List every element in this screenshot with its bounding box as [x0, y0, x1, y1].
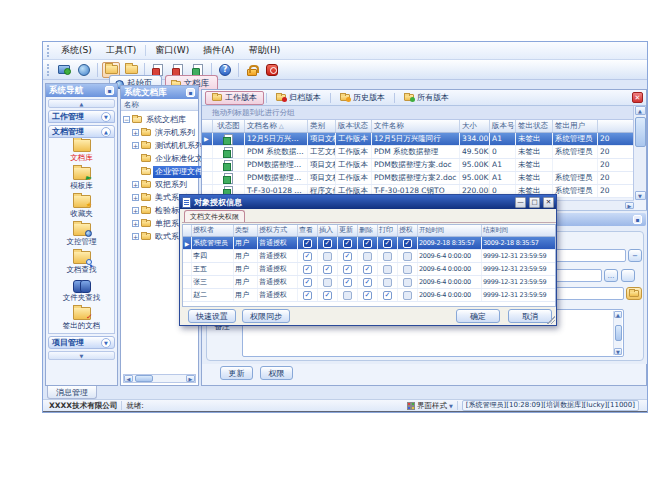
detail-pin-button[interactable]: ▪: [633, 215, 642, 224]
maximize-icon[interactable]: □: [529, 197, 540, 208]
menu-plugins[interactable]: 插件(A): [196, 42, 241, 59]
lock-button[interactable]: [243, 62, 261, 78]
sidebar-expand-strip[interactable]: ▼: [48, 351, 115, 360]
tree-node[interactable]: + 测试机机系列: [132, 139, 205, 152]
chevron-up-icon[interactable]: ▲: [101, 127, 111, 137]
toolbar-grip[interactable]: [47, 64, 50, 76]
sidebar-item-templates[interactable]: ► 模板库: [49, 166, 114, 194]
scroll-down-icon[interactable]: ▼: [635, 191, 646, 200]
col-version-state[interactable]: 版本状态: [336, 120, 372, 132]
view-checkbox[interactable]: [303, 291, 312, 300]
message-management-tab[interactable]: 消息管理: [47, 386, 97, 399]
delete-checkbox[interactable]: [363, 278, 372, 287]
tree-node[interactable]: + 双把系列: [132, 178, 189, 191]
scroll-right-icon[interactable]: ▶: [625, 202, 634, 209]
close-icon[interactable]: ✕: [543, 197, 554, 208]
chevron-down-icon[interactable]: ▼: [449, 403, 453, 409]
expand-expander-icon[interactable]: +: [132, 129, 139, 136]
group-by-bar[interactable]: 拖动列标题到此进行分组: [202, 106, 634, 120]
table-row[interactable]: PDM数据整理方案2.doc 项目文档 工作版本 PDM数据整理方案2.doc …: [202, 172, 634, 185]
print-checkbox[interactable]: [383, 252, 392, 261]
expand-expander-icon[interactable]: +: [132, 233, 139, 240]
sidebar-pin-button[interactable]: ▪: [105, 86, 114, 95]
expand-expander-icon[interactable]: +: [132, 207, 139, 214]
scroll-left-icon[interactable]: ◀: [124, 375, 133, 382]
tree-pin-button[interactable]: ▪: [186, 88, 195, 97]
scrollbar-thumb[interactable]: [615, 325, 622, 341]
insert-checkbox[interactable]: [323, 278, 332, 287]
tab-all-versions[interactable]: 所有版本: [397, 91, 456, 105]
permission-button[interactable]: 权限: [260, 366, 293, 380]
delete-checkbox[interactable]: [363, 291, 372, 300]
col-start-time[interactable]: 开始时间: [418, 225, 482, 236]
menubar-grip[interactable]: [47, 45, 50, 57]
network-button[interactable]: [75, 62, 93, 78]
scrollbar-thumb[interactable]: [135, 375, 153, 382]
tree-column-header[interactable]: 名称: [121, 99, 198, 111]
insert-checkbox[interactable]: [323, 265, 332, 274]
col-checkout-user[interactable]: 签出用户: [553, 120, 598, 132]
col-checkout-state[interactable]: 签出状态: [516, 120, 553, 132]
col-extra[interactable]: [598, 120, 634, 132]
tree-node-root[interactable]: − 系统文档库: [123, 113, 188, 126]
collapse-field-button[interactable]: −: [628, 249, 642, 262]
col-delete[interactable]: 删除: [358, 225, 378, 236]
tree-horizontal-scrollbar[interactable]: ◀ ▶: [123, 374, 196, 383]
update-checkbox[interactable]: [343, 291, 352, 300]
delete-checkbox[interactable]: [363, 239, 372, 248]
col-version-no[interactable]: 版本号: [490, 120, 516, 132]
table-row[interactable]: PDM数据整理方案.doc 项目文档 工作版本 PDM数据整理方案.doc 95…: [202, 159, 634, 172]
update-checkbox[interactable]: [343, 252, 352, 261]
permission-row[interactable]: 李四 用户 普通授权 2009-6-4 0:00:00 9999-12-31 2…: [183, 250, 555, 263]
col-doc-name[interactable]: 文档名称△: [245, 120, 308, 132]
col-insert[interactable]: 插入: [318, 225, 338, 236]
expand-expander-icon[interactable]: +: [132, 142, 139, 149]
sidebar-collapse-strip[interactable]: ▲: [48, 99, 115, 108]
ui-style-label[interactable]: 界面样式: [417, 401, 447, 411]
menu-help[interactable]: 帮助(H): [241, 42, 287, 59]
print-checkbox[interactable]: [383, 291, 392, 300]
col-update[interactable]: 更新: [338, 225, 358, 236]
textarea-scrollbar[interactable]: ▲ ▼: [613, 311, 622, 355]
dialog-title-bar[interactable]: 对象授权信息 — □ ✕: [180, 195, 556, 209]
view-checkbox[interactable]: [303, 278, 312, 287]
tab-folder-permissions[interactable]: 文档文件夹权限: [184, 210, 245, 222]
sidebar-item-doc-search[interactable]: 文档查找: [49, 250, 114, 278]
view-checkbox[interactable]: [303, 265, 312, 274]
aux-field-button[interactable]: [621, 269, 635, 282]
tab-working-version[interactable]: 工作版本: [205, 91, 264, 105]
delete-checkbox[interactable]: [363, 252, 372, 261]
permission-sync-button[interactable]: 权限同步: [242, 309, 290, 323]
chevron-down-icon[interactable]: ▼: [101, 112, 111, 122]
tree-node-selected[interactable]: 企业管理文件: [132, 165, 205, 178]
insert-checkbox[interactable]: [323, 239, 332, 248]
col-end-time[interactable]: 结束时间: [482, 225, 559, 236]
update-button[interactable]: 更新: [220, 366, 253, 380]
grant-checkbox[interactable]: [403, 265, 412, 274]
sync-button[interactable]: [55, 62, 73, 78]
scroll-right-icon[interactable]: ▶: [186, 375, 195, 382]
expand-expander-icon[interactable]: +: [132, 194, 139, 201]
insert-checkbox[interactable]: [323, 252, 332, 261]
col-category[interactable]: 类别: [308, 120, 336, 132]
update-checkbox[interactable]: [343, 265, 352, 274]
update-checkbox[interactable]: [343, 239, 352, 248]
col-grant[interactable]: 授权: [398, 225, 418, 236]
tab-archived-version[interactable]: 归档版本: [269, 91, 328, 105]
delete-checkbox[interactable]: [363, 265, 372, 274]
close-icon[interactable]: ✕: [632, 92, 643, 103]
insert-checkbox[interactable]: [323, 291, 332, 300]
view-checkbox[interactable]: [303, 252, 312, 261]
permission-row[interactable]: 赵二 用户 普通授权 2009-6-4 0:00:00 9999-12-31 2…: [183, 289, 555, 302]
expand-expander-icon[interactable]: +: [132, 181, 139, 188]
ok-button[interactable]: 确定: [456, 309, 500, 323]
grant-checkbox[interactable]: [403, 278, 412, 287]
help-button[interactable]: ?: [216, 62, 234, 78]
grid-vertical-scrollbar[interactable]: ▲ ▼: [633, 106, 646, 200]
sidebar-item-doclibrary[interactable]: 文档库: [49, 138, 114, 166]
scrollbar-thumb[interactable]: [635, 117, 646, 147]
print-checkbox[interactable]: [383, 265, 392, 274]
sidebar-item-favorites[interactable]: ★ 收藏夹: [49, 194, 114, 222]
print-checkbox[interactable]: [383, 278, 392, 287]
sidebar-item-doc-control[interactable]: 文控管理: [49, 222, 114, 250]
